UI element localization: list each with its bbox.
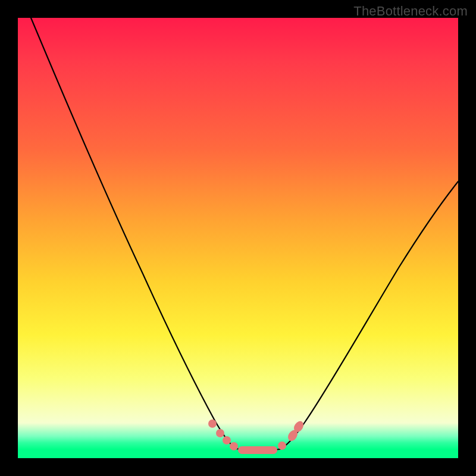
- marker-pill: [238, 446, 277, 454]
- curve-right-branch: [280, 181, 458, 449]
- chart-frame: TheBottleneck.com: [0, 0, 476, 476]
- marker-dot: [278, 441, 286, 450]
- marker-dot: [230, 442, 238, 450]
- marker-dot: [223, 436, 231, 444]
- plot-area: [18, 18, 458, 458]
- bottleneck-curve: [18, 18, 458, 458]
- curve-left-branch: [31, 18, 236, 449]
- watermark-text: TheBottleneck.com: [353, 4, 468, 19]
- marker-dot: [216, 429, 224, 437]
- marker-dot: [208, 419, 217, 428]
